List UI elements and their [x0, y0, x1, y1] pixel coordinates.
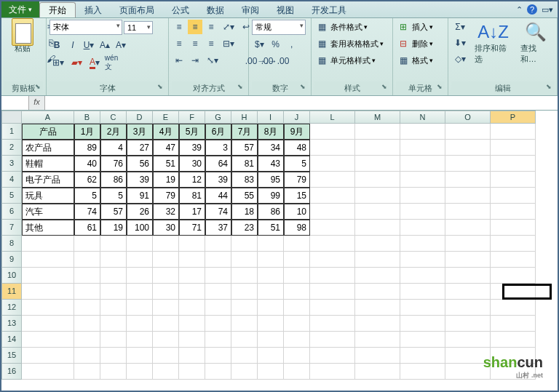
row-header-11[interactable]: 11 — [1, 284, 22, 300]
shrink-font-icon[interactable]: A▾ — [114, 38, 128, 52]
cell-A14[interactable] — [22, 332, 74, 348]
cell-P6[interactable] — [491, 204, 536, 220]
cell-L7[interactable] — [310, 220, 355, 236]
cell-E12[interactable] — [153, 300, 179, 316]
grow-font-icon[interactable]: A▴ — [98, 38, 112, 52]
cell-N10[interactable] — [400, 268, 445, 284]
cell-I8[interactable] — [258, 236, 284, 252]
cell-P3[interactable] — [491, 156, 536, 172]
cell-F13[interactable] — [179, 316, 205, 332]
col-header-P[interactable]: P — [491, 111, 536, 124]
number-format-combo[interactable]: 常规 — [252, 20, 306, 35]
cell-I11[interactable] — [258, 284, 284, 300]
cell-L5[interactable] — [310, 188, 355, 204]
cell-O1[interactable] — [445, 124, 491, 140]
cell-F14[interactable] — [179, 332, 205, 348]
cell-O8[interactable] — [445, 236, 491, 252]
cell-F5[interactable]: 81 — [179, 188, 205, 204]
merge-icon[interactable]: ⊟▾ — [220, 36, 237, 51]
cell-N8[interactable] — [400, 236, 445, 252]
row-header-10[interactable]: 10 — [1, 268, 22, 284]
cell-F9[interactable] — [179, 252, 205, 268]
cell-D4[interactable]: 39 — [127, 172, 153, 188]
align-center-icon[interactable]: ≡ — [188, 36, 202, 51]
cell-C6[interactable]: 57 — [100, 204, 127, 220]
row-header-8[interactable]: 8 — [1, 236, 22, 252]
col-header-C[interactable]: C — [100, 111, 127, 124]
align-bottom-icon[interactable]: ≡ — [204, 20, 218, 34]
cell-J9[interactable] — [284, 252, 310, 268]
name-box[interactable] — [1, 96, 29, 110]
cell-L14[interactable] — [310, 332, 355, 348]
cell-D1[interactable]: 3月 — [127, 124, 153, 140]
cell-G12[interactable] — [205, 300, 231, 316]
cell-E9[interactable] — [153, 252, 179, 268]
cell-F7[interactable]: 71 — [179, 220, 205, 236]
increase-indent-icon[interactable]: ⇥ — [188, 53, 202, 68]
cell-C8[interactable] — [100, 236, 127, 252]
cell-A5[interactable]: 玩具 — [22, 188, 74, 204]
percent-icon[interactable]: % — [269, 37, 283, 52]
cell-D7[interactable]: 100 — [127, 220, 153, 236]
cell-L11[interactable] — [310, 284, 355, 300]
cell-H4[interactable]: 83 — [231, 172, 258, 188]
cell-P8[interactable] — [491, 236, 536, 252]
cell-D10[interactable] — [127, 268, 153, 284]
cell-J7[interactable]: 98 — [284, 220, 310, 236]
cell-A8[interactable] — [22, 236, 74, 252]
cell-C10[interactable] — [100, 268, 127, 284]
autosum-icon[interactable]: Σ▾ — [451, 20, 469, 34]
cell-B8[interactable] — [74, 236, 100, 252]
cell-L10[interactable] — [310, 268, 355, 284]
tab-7[interactable]: 开发工具 — [303, 3, 355, 17]
cell-B12[interactable] — [74, 300, 100, 316]
row-header-3[interactable]: 3 — [1, 156, 22, 172]
cell-C15[interactable] — [100, 348, 127, 364]
fx-button[interactable]: fx — [29, 96, 45, 110]
cell-G7[interactable]: 37 — [205, 220, 231, 236]
cell-B11[interactable] — [74, 284, 100, 300]
cell-C3[interactable]: 76 — [100, 156, 127, 172]
clear-icon[interactable]: ◇▾ — [451, 52, 469, 66]
col-header-N[interactable]: N — [400, 111, 445, 124]
cell-H6[interactable]: 18 — [231, 204, 258, 220]
cell-L12[interactable] — [310, 300, 355, 316]
cell-N4[interactable] — [400, 172, 445, 188]
cell-O14[interactable] — [445, 332, 491, 348]
cell-B9[interactable] — [74, 252, 100, 268]
cell-G1[interactable]: 6月 — [205, 124, 231, 140]
row-header-14[interactable]: 14 — [1, 332, 22, 348]
cell-B15[interactable] — [74, 348, 100, 364]
row-header-7[interactable]: 7 — [1, 220, 22, 236]
tab-6[interactable]: 视图 — [268, 3, 303, 17]
cell-G9[interactable] — [205, 252, 231, 268]
cell-D8[interactable] — [127, 236, 153, 252]
cell-G3[interactable]: 64 — [205, 156, 231, 172]
cell-M9[interactable] — [355, 252, 400, 268]
cell-O13[interactable] — [445, 316, 491, 332]
cell-N14[interactable] — [400, 332, 445, 348]
cell-L6[interactable] — [310, 204, 355, 220]
insert-cells-icon[interactable]: ⊞ — [396, 20, 411, 34]
decrease-indent-icon[interactable]: ⇤ — [172, 53, 186, 68]
cell-G10[interactable] — [205, 268, 231, 284]
cell-J1[interactable]: 9月 — [284, 124, 310, 140]
cell-G14[interactable] — [205, 332, 231, 348]
cell-C2[interactable]: 4 — [100, 140, 127, 156]
col-header-L[interactable]: L — [310, 111, 355, 124]
insert-cells-button[interactable]: 插入 — [412, 22, 428, 33]
cell-O9[interactable] — [445, 252, 491, 268]
cell-B5[interactable]: 5 — [74, 188, 100, 204]
col-header-M[interactable]: M — [355, 111, 400, 124]
cond-format-icon[interactable]: ▦ — [314, 20, 329, 34]
delete-cells-button[interactable]: 删除 — [412, 39, 428, 49]
cell-P14[interactable] — [491, 332, 536, 348]
cell-J13[interactable] — [284, 316, 310, 332]
cell-I4[interactable]: 95 — [258, 172, 284, 188]
decrease-decimal-icon[interactable]: .0→.00 — [268, 54, 282, 68]
cell-L4[interactable] — [310, 172, 355, 188]
cell-G8[interactable] — [205, 236, 231, 252]
cell-C4[interactable]: 86 — [100, 172, 127, 188]
cell-A6[interactable]: 汽车 — [22, 204, 74, 220]
cell-F15[interactable] — [179, 348, 205, 364]
